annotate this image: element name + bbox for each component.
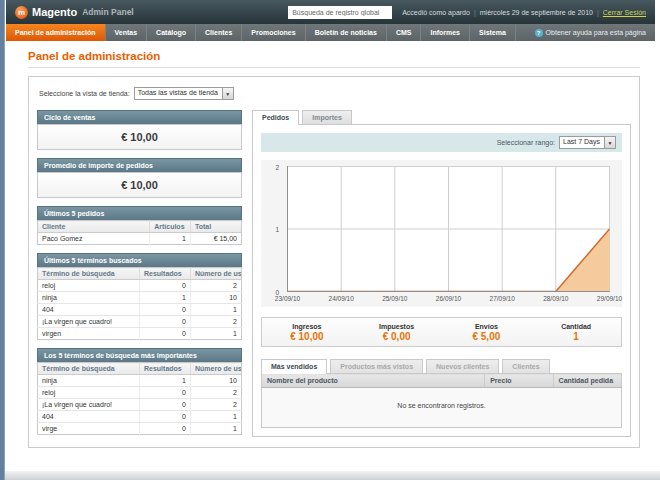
global-search-input[interactable] <box>288 6 392 19</box>
table-cell: virge <box>38 423 140 435</box>
separator: | <box>597 9 599 16</box>
table-cell: reloj <box>38 387 140 399</box>
table-cell: 2 <box>191 387 242 399</box>
table-row[interactable]: ¡La virgen que cuadro!02 <box>38 316 242 328</box>
nav-boletin-de-noticias[interactable]: Boletín de noticias <box>306 24 387 41</box>
magento-admin-app: m Magento Admin Panel Accedió como apard… <box>6 0 655 471</box>
table-cell: 0 <box>140 423 191 435</box>
last-orders-box: Últimos 5 pedidos Cliente Artículos Tota… <box>37 206 242 245</box>
chevron-down-icon: ▼ <box>222 88 233 99</box>
table-row[interactable]: reloj02 <box>38 280 242 292</box>
table-cell: 1 <box>150 233 191 245</box>
tab-nuevos-clientes[interactable]: Nuevos clientes <box>426 359 499 373</box>
dashboard-right-column: Pedidos Importes Seleccionar rango: Last… <box>252 110 631 437</box>
table-cell: 10 <box>191 375 242 387</box>
top-search-terms-table: Término de búsqueda Resultados Número de… <box>37 362 242 435</box>
page-content: Panel de administración Seleccione la vi… <box>6 41 655 471</box>
table-row[interactable]: reloj02 <box>38 387 242 399</box>
lifetime-sales-value: € 10,00 <box>37 124 242 150</box>
table-cell: ninja <box>38 292 140 304</box>
table-cell: 2 <box>191 399 242 411</box>
main-nav: Panel de administración Ventas Catálogo … <box>6 24 655 41</box>
column-header: Total <box>190 221 241 233</box>
table-cell: 0 <box>140 328 191 340</box>
logged-in-as: Accedió como apardo <box>402 9 470 16</box>
table-cell: 2 <box>191 316 242 328</box>
table-cell: 1 <box>191 411 242 423</box>
totals-bar: Ingresos € 10,00 Impuestos € 0,00 Envíos… <box>261 317 622 347</box>
dashboard-left-column: Ciclo de ventas € 10,00 Promedio de impo… <box>37 110 242 435</box>
last-orders-table: Cliente Artículos Total Paco Gomez1€ 15,… <box>37 220 242 245</box>
empty-message: No se encontraron registros. <box>262 388 622 428</box>
tab-productos-mas-vistos[interactable]: Productos más vistos <box>330 359 423 373</box>
stat-ingresos: Ingresos € 10,00 <box>262 323 352 342</box>
column-header: Artículos <box>150 221 191 233</box>
nav-clientes[interactable]: Clientes <box>196 24 242 41</box>
chart-plot <box>287 166 610 292</box>
table-cell: 10 <box>191 292 242 304</box>
table-row[interactable]: 40401 <box>38 304 242 316</box>
table-cell: 404 <box>38 304 140 316</box>
logo-text: Magento <box>32 6 77 18</box>
column-header: Cliente <box>38 221 150 233</box>
magento-logo[interactable]: m Magento Admin Panel <box>15 6 134 19</box>
logo-suffix: Admin Panel <box>82 7 133 17</box>
table-cell: ¡La virgen que cuadro! <box>38 399 140 411</box>
help-link[interactable]: ? Obtener ayuda para esta página <box>526 24 655 41</box>
last-search-terms-box: Últimos 5 términos buscados Término de b… <box>37 253 242 340</box>
table-cell: 0 <box>140 280 191 292</box>
logout-link[interactable]: Cerrar Sesión <box>603 9 646 16</box>
tab-importes[interactable]: Importes <box>302 110 352 124</box>
nav-sistema[interactable]: Sistema <box>470 24 516 41</box>
table-cell: 1 <box>191 423 242 435</box>
window-bottom-border <box>0 471 660 480</box>
table-cell: virgen <box>38 328 140 340</box>
last-search-terms-title: Últimos 5 términos buscados <box>37 253 242 267</box>
window-left-border <box>0 0 5 480</box>
nav-catalogo[interactable]: Catálogo <box>147 24 196 41</box>
store-switcher-select[interactable]: Todas las vistas de tienda ▼ <box>134 87 234 100</box>
table-row[interactable]: ninja110 <box>38 375 242 387</box>
stat-impuestos: Impuestos € 0,00 <box>352 323 442 342</box>
magento-logo-icon: m <box>15 6 28 19</box>
last-orders-title: Últimos 5 pedidos <box>37 206 242 220</box>
store-switcher-label: Seleccione la vista de tienda: <box>39 90 130 97</box>
stat-envios: Envíos € 5,00 <box>442 323 532 342</box>
stat-cantidad: Cantidad 1 <box>531 323 621 342</box>
nav-informes[interactable]: Informes <box>421 24 470 41</box>
table-cell: 0 <box>140 399 191 411</box>
nav-ventas[interactable]: Ventas <box>106 24 148 41</box>
table-cell: 404 <box>38 411 140 423</box>
dashboard-container: Seleccione la vista de tienda: Todas las… <box>28 76 640 448</box>
nav-panel-administracion[interactable]: Panel de administración <box>6 24 106 41</box>
table-row[interactable]: ¡La virgen que cuadro!02 <box>38 399 242 411</box>
column-header: Resultados <box>140 363 191 375</box>
average-orders-box: Promedio de importe de pedidos € 10,00 <box>37 158 242 198</box>
column-header: Nombre del producto <box>262 374 485 388</box>
table-cell: 0 <box>140 316 191 328</box>
page-title: Panel de administración <box>28 50 640 62</box>
lifetime-sales-box: Ciclo de ventas € 10,00 <box>37 110 242 150</box>
tab-mas-vendidos[interactable]: Más vendidos <box>261 359 327 374</box>
table-row[interactable]: virge01 <box>38 423 242 435</box>
table-row[interactable]: Paco Gomez1€ 15,00 <box>38 233 242 245</box>
table-row[interactable]: 40401 <box>38 411 242 423</box>
current-date: miércoles 29 de septiembre de 2010 <box>480 9 593 16</box>
separator: | <box>474 9 476 16</box>
table-row[interactable]: virgen01 <box>38 328 242 340</box>
last-search-terms-table: Término de búsqueda Resultados Número de… <box>37 267 242 340</box>
column-header: Número de usos <box>191 363 242 375</box>
range-select[interactable]: Last 7 Days ▼ <box>559 136 616 149</box>
range-bar: Seleccionar rango: Last 7 Days ▼ <box>261 133 622 152</box>
table-cell: ninja <box>38 375 140 387</box>
table-row[interactable]: ninja110 <box>38 292 242 304</box>
browser-viewport: m Magento Admin Panel Accedió como apard… <box>0 0 660 480</box>
table-cell: Paco Gomez <box>38 233 150 245</box>
tab-clientes[interactable]: Clientes <box>502 359 549 373</box>
table-cell: ¡La virgen que cuadro! <box>38 316 140 328</box>
tab-pedidos[interactable]: Pedidos <box>252 110 299 125</box>
nav-cms[interactable]: CMS <box>387 24 422 41</box>
nav-promociones[interactable]: Promociones <box>242 24 305 41</box>
orders-chart: 012 23/09/1024/09/1025/09/1026/09/1027/0… <box>261 160 622 307</box>
bottom-tabs: Más vendidos Productos más vistos Nuevos… <box>261 359 622 373</box>
